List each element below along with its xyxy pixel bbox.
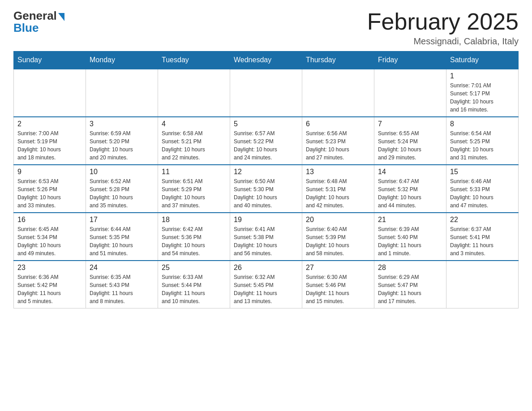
calendar-cell: 6Sunrise: 6:56 AM Sunset: 5:23 PM Daylig… (302, 117, 374, 165)
calendar-cell: 19Sunrise: 6:41 AM Sunset: 5:38 PM Dayli… (230, 213, 302, 261)
calendar-cell (374, 69, 446, 117)
day-info: Sunrise: 6:47 AM Sunset: 5:32 PM Dayligh… (378, 177, 442, 210)
day-info: Sunrise: 6:52 AM Sunset: 5:28 PM Dayligh… (90, 177, 154, 210)
location-subtitle: Messignadi, Calabria, Italy (367, 36, 519, 47)
day-number: 26 (234, 264, 298, 272)
calendar-cell: 23Sunrise: 6:36 AM Sunset: 5:42 PM Dayli… (14, 261, 86, 308)
day-number: 16 (17, 216, 82, 224)
calendar-cell (14, 69, 86, 117)
calendar-cell: 5Sunrise: 6:57 AM Sunset: 5:22 PM Daylig… (230, 117, 302, 165)
weekday-header-tuesday: Tuesday (158, 51, 230, 69)
weekday-header-monday: Monday (86, 51, 158, 69)
day-number: 15 (450, 168, 515, 176)
calendar-cell: 8Sunrise: 6:54 AM Sunset: 5:25 PM Daylig… (446, 117, 519, 165)
week-row-1: 1Sunrise: 7:01 AM Sunset: 5:17 PM Daylig… (14, 69, 519, 117)
day-number: 5 (234, 120, 298, 128)
day-number: 1 (450, 72, 515, 80)
day-info: Sunrise: 6:39 AM Sunset: 5:40 PM Dayligh… (378, 225, 442, 257)
day-info: Sunrise: 6:36 AM Sunset: 5:42 PM Dayligh… (17, 273, 82, 305)
day-info: Sunrise: 6:50 AM Sunset: 5:30 PM Dayligh… (234, 177, 298, 210)
day-number: 7 (378, 120, 442, 128)
day-number: 28 (378, 264, 442, 272)
calendar-cell: 12Sunrise: 6:50 AM Sunset: 5:30 PM Dayli… (230, 165, 302, 213)
calendar-cell (446, 261, 519, 308)
calendar-cell: 22Sunrise: 6:37 AM Sunset: 5:41 PM Dayli… (446, 213, 519, 261)
day-number: 27 (306, 264, 370, 272)
week-row-4: 16Sunrise: 6:45 AM Sunset: 5:34 PM Dayli… (14, 213, 519, 261)
calendar-table: SundayMondayTuesdayWednesdayThursdayFrid… (13, 51, 519, 308)
calendar-cell: 4Sunrise: 6:58 AM Sunset: 5:21 PM Daylig… (158, 117, 230, 165)
day-number: 3 (90, 120, 154, 128)
day-number: 23 (17, 264, 82, 272)
day-number: 25 (162, 264, 226, 272)
day-number: 8 (450, 120, 515, 128)
logo-blue-text: Blue (13, 21, 39, 35)
calendar-cell (302, 69, 374, 117)
weekday-header-saturday: Saturday (446, 51, 519, 69)
day-number: 21 (378, 216, 442, 224)
calendar-cell: 27Sunrise: 6:30 AM Sunset: 5:46 PM Dayli… (302, 261, 374, 308)
day-info: Sunrise: 6:51 AM Sunset: 5:29 PM Dayligh… (162, 177, 226, 210)
day-info: Sunrise: 6:41 AM Sunset: 5:38 PM Dayligh… (234, 225, 298, 257)
logo-arrow-icon (58, 13, 64, 21)
day-info: Sunrise: 6:29 AM Sunset: 5:47 PM Dayligh… (378, 273, 442, 305)
calendar-cell: 24Sunrise: 6:35 AM Sunset: 5:43 PM Dayli… (86, 261, 158, 308)
calendar-cell (158, 69, 230, 117)
calendar-cell: 20Sunrise: 6:40 AM Sunset: 5:39 PM Dayli… (302, 213, 374, 261)
day-number: 22 (450, 216, 515, 224)
day-info: Sunrise: 6:45 AM Sunset: 5:34 PM Dayligh… (17, 225, 82, 257)
day-info: Sunrise: 6:58 AM Sunset: 5:21 PM Dayligh… (162, 129, 226, 162)
day-number: 4 (162, 120, 226, 128)
calendar-cell: 13Sunrise: 6:48 AM Sunset: 5:31 PM Dayli… (302, 165, 374, 213)
day-number: 18 (162, 216, 226, 224)
day-info: Sunrise: 6:55 AM Sunset: 5:24 PM Dayligh… (378, 129, 442, 162)
day-number: 24 (90, 264, 154, 272)
weekday-header-sunday: Sunday (14, 51, 86, 69)
calendar-cell: 16Sunrise: 6:45 AM Sunset: 5:34 PM Dayli… (14, 213, 86, 261)
day-number: 9 (17, 168, 82, 176)
calendar-cell: 10Sunrise: 6:52 AM Sunset: 5:28 PM Dayli… (86, 165, 158, 213)
day-info: Sunrise: 6:56 AM Sunset: 5:23 PM Dayligh… (306, 129, 370, 162)
calendar-cell: 21Sunrise: 6:39 AM Sunset: 5:40 PM Dayli… (374, 213, 446, 261)
calendar-cell: 15Sunrise: 6:46 AM Sunset: 5:33 PM Dayli… (446, 165, 519, 213)
month-title: February 2025 (367, 9, 519, 34)
day-number: 19 (234, 216, 298, 224)
weekday-header-wednesday: Wednesday (230, 51, 302, 69)
day-info: Sunrise: 6:40 AM Sunset: 5:39 PM Dayligh… (306, 225, 370, 257)
day-info: Sunrise: 6:37 AM Sunset: 5:41 PM Dayligh… (450, 225, 515, 257)
calendar-cell (86, 69, 158, 117)
day-number: 20 (306, 216, 370, 224)
week-row-3: 9Sunrise: 6:53 AM Sunset: 5:26 PM Daylig… (14, 165, 519, 213)
weekday-header-friday: Friday (374, 51, 446, 69)
calendar-cell: 25Sunrise: 6:33 AM Sunset: 5:44 PM Dayli… (158, 261, 230, 308)
day-info: Sunrise: 6:44 AM Sunset: 5:35 PM Dayligh… (90, 225, 154, 257)
day-info: Sunrise: 6:53 AM Sunset: 5:26 PM Dayligh… (17, 177, 82, 210)
day-number: 13 (306, 168, 370, 176)
day-number: 11 (162, 168, 226, 176)
calendar-cell: 14Sunrise: 6:47 AM Sunset: 5:32 PM Dayli… (374, 165, 446, 213)
calendar-cell: 26Sunrise: 6:32 AM Sunset: 5:45 PM Dayli… (230, 261, 302, 308)
calendar-cell: 17Sunrise: 6:44 AM Sunset: 5:35 PM Dayli… (86, 213, 158, 261)
day-info: Sunrise: 6:32 AM Sunset: 5:45 PM Dayligh… (234, 273, 298, 305)
week-row-5: 23Sunrise: 6:36 AM Sunset: 5:42 PM Dayli… (14, 261, 519, 308)
calendar-cell (230, 69, 302, 117)
day-info: Sunrise: 6:42 AM Sunset: 5:36 PM Dayligh… (162, 225, 226, 257)
weekday-header-thursday: Thursday (302, 51, 374, 69)
page-header: General Blue February 2025 Messignadi, C… (13, 9, 519, 47)
day-number: 2 (17, 120, 82, 128)
week-row-2: 2Sunrise: 7:00 AM Sunset: 5:19 PM Daylig… (14, 117, 519, 165)
calendar-cell: 9Sunrise: 6:53 AM Sunset: 5:26 PM Daylig… (14, 165, 86, 213)
day-info: Sunrise: 6:35 AM Sunset: 5:43 PM Dayligh… (90, 273, 154, 305)
calendar-cell: 18Sunrise: 6:42 AM Sunset: 5:36 PM Dayli… (158, 213, 230, 261)
day-info: Sunrise: 6:46 AM Sunset: 5:33 PM Dayligh… (450, 177, 515, 210)
day-number: 17 (90, 216, 154, 224)
calendar-cell: 2Sunrise: 7:00 AM Sunset: 5:19 PM Daylig… (14, 117, 86, 165)
day-number: 12 (234, 168, 298, 176)
logo: General Blue (13, 9, 64, 35)
calendar-cell: 11Sunrise: 6:51 AM Sunset: 5:29 PM Dayli… (158, 165, 230, 213)
day-info: Sunrise: 6:33 AM Sunset: 5:44 PM Dayligh… (162, 273, 226, 305)
day-info: Sunrise: 6:54 AM Sunset: 5:25 PM Dayligh… (450, 129, 515, 162)
title-area: February 2025 Messignadi, Calabria, Ital… (367, 9, 519, 47)
day-info: Sunrise: 7:01 AM Sunset: 5:17 PM Dayligh… (450, 81, 515, 114)
day-number: 14 (378, 168, 442, 176)
